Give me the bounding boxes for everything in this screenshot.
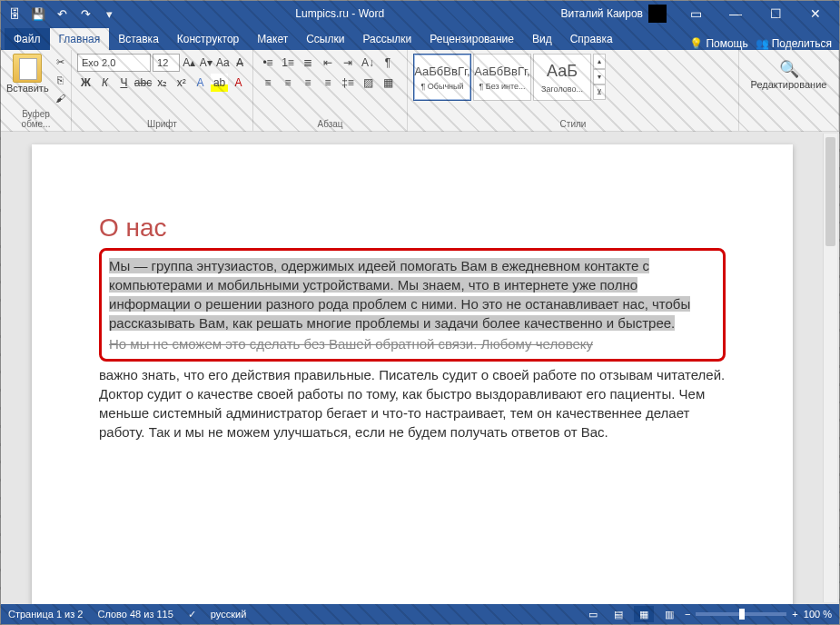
style-preview: АаБбВвГг, xyxy=(474,64,529,78)
underline-button[interactable]: Ч xyxy=(115,74,133,92)
spellcheck-icon[interactable]: ✓ xyxy=(188,609,196,620)
ribbon-options-icon[interactable]: ▭ xyxy=(676,1,716,26)
styles-up-button[interactable]: ▴ xyxy=(593,54,606,69)
increase-indent-button[interactable]: ⇥ xyxy=(339,54,357,72)
selection-callout: Мы — группа энтузиастов, одержимых идеей… xyxy=(99,248,726,362)
font-color-button[interactable]: A xyxy=(230,74,247,92)
italic-button[interactable]: К xyxy=(96,74,114,92)
page[interactable]: О нас Мы — группа энтузиастов, одержимых… xyxy=(32,144,793,604)
paste-icon xyxy=(13,54,42,83)
find-icon: 🔍 xyxy=(779,59,799,79)
style-name: ¶ Без инте... xyxy=(479,82,525,91)
qat-dropdown-icon[interactable]: ▾ xyxy=(99,4,119,24)
redo-icon[interactable]: ↷ xyxy=(75,4,95,24)
align-right-button[interactable]: ≡ xyxy=(299,74,317,92)
strike-button[interactable]: abc xyxy=(134,74,152,92)
decrease-indent-button[interactable]: ⇤ xyxy=(319,54,337,72)
tell-me-label: Помощь xyxy=(706,37,747,50)
web-layout-button[interactable]: ▥ xyxy=(659,606,679,622)
tab-mailings[interactable]: Рассылки xyxy=(353,28,420,50)
tab-design[interactable]: Конструктор xyxy=(168,28,248,50)
tell-me-button[interactable]: 💡Помощь xyxy=(689,37,747,50)
sort-button[interactable]: A↓ xyxy=(359,54,377,72)
zoom-slider[interactable] xyxy=(696,612,786,616)
multilevel-button[interactable]: ≣ xyxy=(299,54,317,72)
style-preview: АаБ xyxy=(547,62,578,81)
align-left-button[interactable]: ≡ xyxy=(259,74,277,92)
share-button[interactable]: 👥Поделиться xyxy=(756,37,832,50)
bullets-button[interactable]: •≡ xyxy=(259,54,277,72)
undo-icon[interactable]: ↶ xyxy=(52,4,72,24)
shrink-font-button[interactable]: A▾ xyxy=(198,54,213,72)
style-normal[interactable]: АаБбВвГг, ¶ Обычный xyxy=(413,54,471,101)
word-count[interactable]: Слово 48 из 115 xyxy=(97,609,173,620)
language[interactable]: русский xyxy=(211,609,246,620)
focus-mode-button[interactable]: ▭ xyxy=(583,606,603,622)
maximize-button[interactable]: ☐ xyxy=(756,1,796,26)
paste-label: Вставить xyxy=(6,83,49,94)
justify-button[interactable]: ≡ xyxy=(319,74,337,92)
subscript-button[interactable]: x₂ xyxy=(153,74,171,92)
tab-file[interactable]: Файл xyxy=(5,28,50,50)
highlight-button[interactable]: ab xyxy=(211,74,228,92)
editing-button[interactable]: 🔍 Редактирование xyxy=(745,54,833,90)
align-center-button[interactable]: ≡ xyxy=(279,74,297,92)
styles-down-button[interactable]: ▾ xyxy=(593,69,606,84)
print-layout-button[interactable]: ▦ xyxy=(634,606,654,622)
read-mode-button[interactable]: ▤ xyxy=(608,606,628,622)
format-painter-button[interactable]: 🖌 xyxy=(51,90,71,106)
text-effects-button[interactable]: A xyxy=(192,74,209,92)
clipboard-group-label: Буфер обме... xyxy=(6,109,65,129)
zoom-level[interactable]: 100 % xyxy=(804,609,832,620)
status-bar: Страница 1 из 2 Слово 48 из 115 ✓ русски… xyxy=(1,604,839,624)
clear-format-button[interactable]: A̶ xyxy=(232,54,247,72)
font-name-combo[interactable]: Exo 2.0 xyxy=(77,54,151,72)
body-text[interactable]: важно знать, что его действия правильные… xyxy=(99,365,726,441)
user-name[interactable]: Виталий Каиров xyxy=(560,7,643,20)
paste-button[interactable]: Вставить xyxy=(6,54,49,106)
autosave-icon[interactable]: 🗄 xyxy=(5,4,25,24)
tab-references[interactable]: Ссылки xyxy=(297,28,353,50)
styles-more-button[interactable]: ⊻ xyxy=(593,84,606,100)
line-spacing-button[interactable]: ‡≡ xyxy=(339,74,357,92)
show-marks-button[interactable]: ¶ xyxy=(379,54,397,72)
ribbon: Вставить ✂ ⎘ 🖌 Буфер обме... Exo 2.0 12 … xyxy=(1,50,839,132)
tab-insert[interactable]: Вставка xyxy=(109,28,168,50)
style-heading1[interactable]: АаБ Заголово... xyxy=(533,54,591,101)
group-editing: 🔍 Редактирование xyxy=(739,50,839,131)
zoom-out-button[interactable]: − xyxy=(685,609,690,620)
style-name: Заголово... xyxy=(541,84,583,94)
tab-review[interactable]: Рецензирование xyxy=(420,28,523,50)
style-name: ¶ Обычный xyxy=(420,82,463,91)
tab-help[interactable]: Справка xyxy=(561,28,622,50)
change-case-button[interactable]: Aa xyxy=(215,54,231,72)
shading-button[interactable]: ▨ xyxy=(359,74,377,92)
bold-button[interactable]: Ж xyxy=(77,74,94,92)
tab-view[interactable]: Вид xyxy=(523,28,561,50)
group-paragraph: •≡ 1≡ ≣ ⇤ ⇥ A↓ ¶ ≡ ≡ ≡ ≡ ‡≡ ▨ ▦ xyxy=(253,50,408,131)
selected-text[interactable]: Мы — группа энтузиастов, одержимых идеей… xyxy=(109,258,690,331)
numbering-button[interactable]: 1≡ xyxy=(279,54,297,72)
avatar[interactable] xyxy=(648,5,667,23)
font-size-combo[interactable]: 12 xyxy=(153,54,180,72)
paragraph-group-label: Абзац xyxy=(259,119,401,129)
cut-button[interactable]: ✂ xyxy=(51,54,71,70)
grow-font-button[interactable]: A▴ xyxy=(182,54,197,72)
tab-home[interactable]: Главная xyxy=(50,28,110,50)
close-button[interactable]: ✕ xyxy=(796,1,835,26)
zoom-in-button[interactable]: + xyxy=(792,609,797,620)
vertical-scrollbar[interactable] xyxy=(823,134,837,602)
page-count[interactable]: Страница 1 из 2 xyxy=(8,609,83,620)
minimize-button[interactable]: — xyxy=(716,1,756,26)
save-icon[interactable]: 💾 xyxy=(28,4,48,24)
copy-button[interactable]: ⎘ xyxy=(51,72,71,88)
style-nospacing[interactable]: АаБбВвГг, ¶ Без инте... xyxy=(473,54,531,101)
title-bar: 🗄 💾 ↶ ↷ ▾ Lumpics.ru - Word Виталий Каир… xyxy=(1,1,839,26)
scrollbar-thumb[interactable] xyxy=(825,137,835,246)
group-font: Exo 2.0 12 A▴ A▾ Aa A̶ Ж К Ч abc x₂ x² A… xyxy=(72,50,253,131)
superscript-button[interactable]: x² xyxy=(173,74,190,92)
tab-layout[interactable]: Макет xyxy=(248,28,297,50)
editing-label: Редактирование xyxy=(751,79,827,90)
borders-button[interactable]: ▦ xyxy=(379,74,397,92)
style-preview: АаБбВвГг, xyxy=(414,64,469,78)
